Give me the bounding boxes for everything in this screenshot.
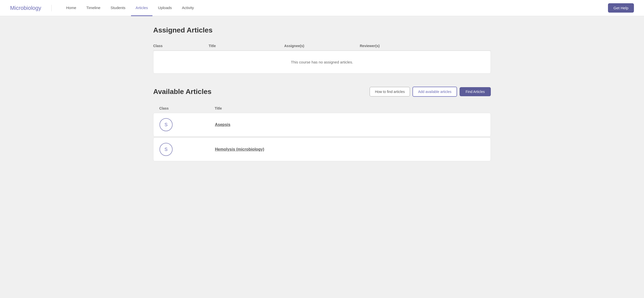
available-col-title: Title <box>215 106 485 110</box>
nav-item-articles[interactable]: Articles <box>131 0 152 16</box>
available-col-class: Class <box>159 106 215 110</box>
article-title-link[interactable]: Hemolysis (microbiology) <box>215 147 264 151</box>
assigned-col-assignees: Assignee(s) <box>284 44 360 48</box>
get-help-button[interactable]: Get Help <box>608 3 634 13</box>
add-available-articles-button[interactable]: Add available articles <box>412 87 457 97</box>
avatar: S <box>159 143 173 156</box>
available-articles-section: Available Articles How to find articles … <box>153 87 491 161</box>
available-articles-header-row: Available Articles How to find articles … <box>153 87 491 97</box>
nav-item-uploads[interactable]: Uploads <box>153 0 176 16</box>
table-row[interactable]: S Asepsis <box>153 113 491 137</box>
assigned-col-title: Title <box>209 44 284 48</box>
assigned-articles-table-header: Class Title Assignee(s) Reviewer(s) <box>153 41 491 51</box>
main-content: Assigned Articles Class Title Assignee(s… <box>138 16 506 172</box>
how-to-find-button[interactable]: How to find articles <box>370 87 410 96</box>
assigned-articles-title: Assigned Articles <box>153 26 491 34</box>
assigned-col-reviewers: Reviewer(s) <box>360 44 491 48</box>
nav-item-students[interactable]: Students <box>106 0 130 16</box>
nav-item-timeline[interactable]: Timeline <box>82 0 105 16</box>
nav-item-home[interactable]: Home <box>62 0 81 16</box>
main-nav: Home Timeline Students Articles Uploads … <box>62 0 634 16</box>
assigned-col-class: Class <box>153 44 209 48</box>
available-articles-table-header: Class Title <box>153 104 491 113</box>
header: Microbiology Home Timeline Students Arti… <box>0 0 644 16</box>
find-articles-button[interactable]: Find Articles <box>460 87 491 96</box>
article-class-cell: S <box>159 118 215 131</box>
available-articles-title: Available Articles <box>153 88 211 96</box>
avatar: S <box>159 118 173 131</box>
brand-logo[interactable]: Microbiology <box>10 5 52 11</box>
article-title-link[interactable]: Asepsis <box>215 122 230 127</box>
assigned-articles-section: Assigned Articles Class Title Assignee(s… <box>153 26 491 74</box>
article-class-cell: S <box>159 143 215 156</box>
table-row[interactable]: S Hemolysis (microbiology) <box>153 138 491 161</box>
nav-item-activity[interactable]: Activity <box>177 0 199 16</box>
assigned-articles-empty: This course has no assigned articles. <box>153 51 491 74</box>
